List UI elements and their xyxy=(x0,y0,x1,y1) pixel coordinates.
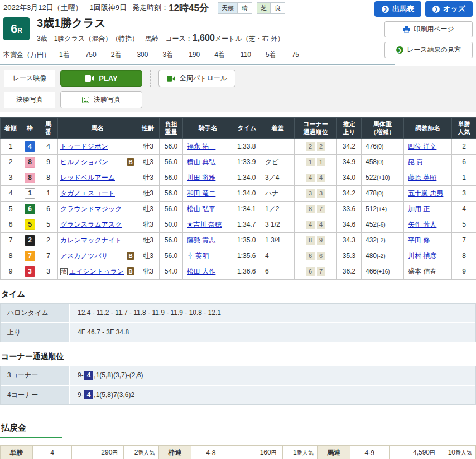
jockey-cell: 藤懸 貴志 xyxy=(183,232,233,248)
horse-name-link[interactable]: ヒルノショパン xyxy=(60,157,108,167)
corner3-position: 4 xyxy=(306,221,315,229)
payout-combination: 4-9 xyxy=(350,445,389,459)
blinker-badge: B xyxy=(127,158,134,166)
jockey-link[interactable]: 松山 弘平 xyxy=(187,205,215,213)
frame-cell: 7 xyxy=(21,248,39,264)
corner3-position: 4 xyxy=(306,174,315,182)
trainer-cell: 加用 正 xyxy=(404,201,452,217)
horse-name-wrap: アスカノツバサB xyxy=(60,251,134,261)
col-header-margin: 着差 xyxy=(261,118,295,139)
last-3f-time: 36.2 xyxy=(337,264,362,279)
finish-photo-label: 決勝写真 xyxy=(4,92,55,108)
race-video-label: レース映像 xyxy=(4,70,55,87)
body-weight-value: 480 xyxy=(366,252,377,260)
corner-table: 3コーナー9-4,1(5,8)(3,7)-(2,6)4コーナー9-4,1(5,8… xyxy=(0,366,476,405)
finish-position: 7 xyxy=(1,232,21,248)
jockey-link[interactable]: 藤懸 貴志 xyxy=(187,236,215,244)
jockey-link[interactable]: 横山 典弘 xyxy=(187,158,215,166)
trainer-cell: 矢作 芳人 xyxy=(404,217,452,232)
horse-name-cell: グランスラムアスク xyxy=(58,217,137,232)
time-section-title: タイム xyxy=(1,289,476,299)
jockey-link[interactable]: 和田 竜二 xyxy=(187,189,215,197)
trainer-link[interactable]: 五十嵐 忠男 xyxy=(408,189,443,197)
col-header-fav: 単勝人気 xyxy=(452,118,476,139)
horse-name-wrap: 地エイシントゥランB xyxy=(60,267,134,276)
finish-photo-button[interactable]: 決勝写真 xyxy=(60,91,142,108)
sex-age: 牡3 xyxy=(137,154,160,170)
horse-name-link[interactable]: トゥードジボン xyxy=(60,142,108,151)
table-row: 388レッドベルアーム牡356.0川田 将雅1:34.03／44434.0522… xyxy=(1,170,476,185)
body-weight-value: 452 xyxy=(366,221,377,228)
time-table: ハロンタイム12.4 - 11.2 - 11.7 - 11.8 - 11.9 -… xyxy=(0,303,476,342)
result-guide-button[interactable]: ❯ レース結果の見方 xyxy=(384,42,473,58)
horse-name-link[interactable]: アスカノツバサ xyxy=(60,251,108,261)
corner4-position: 1 xyxy=(317,158,325,166)
jockey-link[interactable]: 幸 英明 xyxy=(187,252,209,260)
finish-photo-button-label: 決勝写真 xyxy=(94,95,121,104)
time-row: ハロンタイム12.4 - 11.2 - 11.7 - 11.8 - 11.9 -… xyxy=(1,304,475,323)
payout-table: 馬連4-94,590円10番人気馬単4-97,640円16番人気3連複4-8-9… xyxy=(318,445,476,459)
body-weight-value: 476 xyxy=(366,142,377,150)
table-row: 411タガノエスコート牡356.0和田 竜二1:34.0ハナ3334.2478(… xyxy=(1,185,476,201)
horse-name-cell: タガノエスコート xyxy=(58,185,137,201)
carried-weight: 56.0 xyxy=(160,248,183,264)
sex-age: 牝3 xyxy=(137,217,160,232)
trainer-link[interactable]: 昆 貢 xyxy=(408,158,423,166)
horse-name-link[interactable]: エイシントゥラン xyxy=(69,267,124,276)
finish-time: 1:34.7 xyxy=(233,217,261,232)
finish-position: 9 xyxy=(1,264,21,279)
time-row-value: 12.4 - 11.2 - 11.7 - 11.8 - 11.9 - 11.9 … xyxy=(69,304,475,323)
trainer-link[interactable]: 平田 修 xyxy=(408,236,430,244)
play-race-video-button[interactable]: PLAY xyxy=(60,70,142,87)
corner4-position: 7 xyxy=(317,205,325,213)
jockey-link[interactable]: ★吉川 奈穂 xyxy=(187,221,222,228)
odds-button[interactable]: ❯ オッズ xyxy=(425,1,473,17)
body-weight-diff: (+16) xyxy=(377,269,390,275)
jockey-link[interactable]: 松田 大作 xyxy=(187,267,215,275)
finish-time: 1:33.8 xyxy=(233,138,261,154)
horse-number: 4 xyxy=(39,138,58,154)
body-weight-diff: (+4) xyxy=(377,206,387,212)
print-page-button[interactable]: 印刷用ページ xyxy=(384,21,473,37)
horse-name-link[interactable]: レッドベルアーム xyxy=(60,173,115,183)
horse-name-link[interactable]: グランスラムアスク xyxy=(60,220,122,230)
winner-number-highlight: 4 xyxy=(84,371,94,380)
payout-popularity-unit: 番人気 xyxy=(297,450,314,456)
frame-number-chip: 5 xyxy=(25,219,35,230)
trainer-link[interactable]: 加用 正 xyxy=(408,205,430,213)
weather-badges: 天候晴芝良 xyxy=(218,2,285,14)
weather-badge-value: 晴 xyxy=(238,3,252,13)
race-results-table: 着順枠馬番馬名性齢負担重量騎手名タイム着差コーナー通過順位推定上り馬体重（増減）… xyxy=(0,117,476,280)
horse-number: 6 xyxy=(39,201,58,217)
horse-name-link[interactable]: カレンマックナイト xyxy=(60,236,122,245)
corner-positions: 44 xyxy=(295,217,337,232)
horse-name-link[interactable]: タガノエスコート xyxy=(60,189,115,198)
horse-name-link[interactable]: クラウンドマジック xyxy=(60,204,122,214)
body-weight: 458(0) xyxy=(362,154,404,170)
trainer-link[interactable]: 矢作 芳人 xyxy=(408,221,436,228)
corner3-position: 3 xyxy=(306,189,315,198)
horse-number: 8 xyxy=(39,170,58,185)
payout-amount-value: 290 xyxy=(101,448,112,456)
body-weight-diff: (-2) xyxy=(377,253,386,259)
finish-position: 4 xyxy=(1,185,21,201)
prize-place: 3着 xyxy=(162,50,173,60)
result-guide-label: レース結果の見方 xyxy=(407,45,461,55)
blinker-badge: B xyxy=(127,252,134,260)
corner-order-post: ,1(5,8)7(3,6)2 xyxy=(94,391,134,399)
trainer-link[interactable]: 藤原 英昭 xyxy=(408,174,436,181)
payout-tables: 単勝4290円2番人気複勝4110円2番人気9320円6番人気8100円1番人気… xyxy=(0,445,476,459)
horse-number: 7 xyxy=(39,248,58,264)
carried-weight: 50.0 xyxy=(160,217,183,232)
blinker-badge: B xyxy=(127,267,134,275)
col-header-trainer: 調教師名 xyxy=(404,118,452,139)
trainer-link[interactable]: 川村 禎彦 xyxy=(408,252,436,260)
finish-position: 1 xyxy=(1,138,21,154)
race-number-badge: 6R xyxy=(3,17,30,40)
jockey-link[interactable]: 川田 将雅 xyxy=(187,174,215,181)
jockey-link[interactable]: 福永 祐一 xyxy=(187,142,215,150)
entry-table-button[interactable]: ❯ 出馬表 xyxy=(374,1,421,17)
table-row: 289ヒルノショパンB牡356.0横山 典弘1:33.9クビ1134.9458(… xyxy=(1,154,476,170)
patrol-video-button[interactable]: 全周パトロール xyxy=(158,70,235,87)
trainer-link[interactable]: 四位 洋文 xyxy=(408,142,436,150)
